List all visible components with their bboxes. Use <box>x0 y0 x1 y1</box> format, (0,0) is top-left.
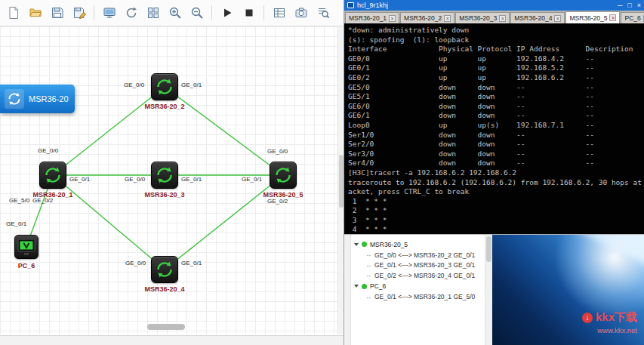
zoom-in-icon <box>168 6 182 20</box>
add-device-button[interactable] <box>99 3 119 23</box>
device-label: MSR36-20_2 <box>133 103 196 110</box>
terminal-titlebar[interactable]: hcl_9r1khj ─ □ × <box>344 0 644 11</box>
tab-label: MSR36-20_5 <box>569 14 607 22</box>
open-topology-button[interactable] <box>25 3 45 23</box>
device-msr36-20_1[interactable] <box>39 162 66 189</box>
port-label: GE_0/0 <box>125 260 146 266</box>
packet-capture-button[interactable] <box>313 3 333 23</box>
terminal-tab-pc_6[interactable]: PC_6× <box>621 12 644 23</box>
summary-left-scrollbar[interactable] <box>344 235 351 345</box>
close-icon[interactable]: × <box>637 1 641 10</box>
tab-close-icon[interactable]: × <box>389 15 396 22</box>
port-label: GE_0/1 <box>181 260 202 266</box>
canvas-bottom-scrollbar-track[interactable] <box>0 335 344 345</box>
maximize-icon[interactable]: □ <box>627 1 631 10</box>
tree-link-label: GE_0/1 <---> MSR36-20_3 GE_0/1 <box>374 261 475 269</box>
port-label: GE_0/1 <box>242 176 262 183</box>
connection-wire[interactable] <box>165 175 283 270</box>
port-label: GE_0/0 <box>125 176 145 183</box>
palette-device-tooltip[interactable]: MSR36-20 <box>0 85 75 113</box>
device-msr36-20_5[interactable] <box>270 162 297 189</box>
tab-close-icon[interactable]: × <box>499 15 506 22</box>
link-icon: ↔ <box>365 262 371 269</box>
terminal-tab-bar: MSR36-20_1× MSR36-20_2× MSR36-20_3× MSR3… <box>344 11 644 23</box>
device-label: PC_6 <box>0 262 58 270</box>
port-label: GE_5/0 <box>9 197 29 204</box>
table-icon <box>273 6 286 20</box>
collapse-arrow-icon[interactable] <box>354 243 359 246</box>
minimize-icon[interactable]: ─ <box>618 1 622 10</box>
canvas-horizontal-scrollbar-thumb[interactable] <box>147 324 185 330</box>
screenshot-button[interactable] <box>291 3 311 23</box>
tree-device-msr36-20_5[interactable]: MSR36-20_5 <box>354 239 483 250</box>
tree-link-item[interactable]: ↔GE_0/1 <---> MSR36-20_3 GE_0/1 <box>354 260 483 271</box>
terminal-tab-msr36-20_4[interactable]: MSR36-20_4× <box>510 12 565 23</box>
reload-button[interactable] <box>121 3 141 23</box>
device-label: MSR36-20_3 <box>133 191 196 199</box>
terminal-tab-msr36-20_1[interactable]: MSR36-20_1× <box>345 12 399 23</box>
console-output[interactable]: *down: administratively down (s): spoofi… <box>344 23 644 234</box>
zoom-out-icon <box>190 6 204 20</box>
tab-label: PC_6 <box>624 14 640 22</box>
tree-device-pc_6[interactable]: PC_6 <box>354 281 483 292</box>
reload-icon <box>125 6 138 20</box>
terminal-tab-msr36-20_3[interactable]: MSR36-20_3× <box>455 12 510 23</box>
device-msr36-20_3[interactable] <box>151 162 178 189</box>
tab-close-icon[interactable]: × <box>444 15 451 22</box>
tab-label: MSR36-20_4 <box>514 14 552 22</box>
zoom-out-button[interactable] <box>186 3 207 23</box>
link-icon: ↔ <box>365 272 371 279</box>
save-as-icon <box>72 6 86 20</box>
device-msr36-20_4[interactable] <box>151 256 178 283</box>
grid-layout-button[interactable] <box>143 3 163 23</box>
port-label: GE_0/1 <box>181 82 202 88</box>
open-folder-icon <box>29 6 42 20</box>
router-icon <box>155 260 174 279</box>
collapse-arrow-icon[interactable] <box>354 285 359 288</box>
tab-close-icon[interactable]: × <box>554 15 561 22</box>
tree-link-item[interactable]: ↔GE_0/2 <---> MSR36-20_4 GE_0/1 <box>354 270 483 281</box>
terminal-pane: hcl_9r1khj ─ □ × MSR36-20_1× MSR36-20_2×… <box>344 0 644 345</box>
tree-link-label: GE_0/0 <---> MSR36-20_2 GE_0/1 <box>374 251 475 259</box>
scrollbar-thumb[interactable] <box>486 236 491 262</box>
tab-label: MSR36-20_1 <box>349 14 387 22</box>
tree-link-item[interactable]: ↔GE_0/0 <---> MSR36-20_2 GE_0/1 <box>354 250 483 260</box>
window-controls: ─ □ × <box>618 1 641 10</box>
terminal-window-icon <box>347 2 354 8</box>
tree-link-label: GE_0/1 <---> MSR36-20_1 GE_5/0 <box>374 293 475 300</box>
topology-summary-panel: MSR36-20_5 ↔GE_0/0 <---> MSR36-20_2 GE_0… <box>344 235 492 345</box>
start-all-button[interactable] <box>217 3 237 23</box>
tree-link-label: GE_0/2 <---> MSR36-20_4 GE_0/1 <box>374 272 475 279</box>
connection-wire[interactable] <box>53 175 165 270</box>
link-icon: ↔ <box>365 251 371 258</box>
device-msr36-20_2[interactable] <box>151 73 178 100</box>
stop-all-button[interactable] <box>239 3 259 23</box>
camera-icon <box>294 6 308 20</box>
save-topology-button[interactable] <box>47 3 67 23</box>
save-icon <box>51 6 64 20</box>
watermark: ↓ kkx下载 www.kkx.net <box>582 310 637 334</box>
new-topology-button[interactable] <box>3 3 23 23</box>
zoom-in-button[interactable] <box>165 3 185 23</box>
canvas-vertical-scrollbar[interactable] <box>337 26 344 334</box>
magnifier-lines-icon <box>316 6 330 20</box>
grid-icon <box>146 6 160 20</box>
link-icon: ↔ <box>365 294 371 300</box>
terminal-tab-msr36-20_5[interactable]: MSR36-20_5× <box>565 11 620 23</box>
summary-right-scrollbar[interactable] <box>485 235 492 345</box>
interface-list-button[interactable] <box>269 3 289 23</box>
new-file-icon <box>7 6 20 20</box>
topology-canvas[interactable]: MSR36-20_2 MSR36-20_1 MSR36-20_3 MSR36-2… <box>0 26 337 334</box>
device-pc_6[interactable] <box>14 235 39 259</box>
tab-close-icon[interactable]: × <box>609 14 616 21</box>
terminal-tab-msr36-20_2[interactable]: MSR36-20_2× <box>400 12 454 23</box>
port-label: GE_0/2 <box>32 197 53 204</box>
tree-link-item[interactable]: ↔GE_0/1 <---> MSR36-20_1 GE_5/0 <box>354 292 483 303</box>
save-as-button[interactable] <box>69 3 89 23</box>
port-label: GE_0/1 <box>6 220 26 227</box>
download-arrow-icon: ↓ <box>582 313 593 323</box>
tree-device-label: MSR36-20_5 <box>370 241 408 248</box>
router-icon <box>5 89 24 109</box>
port-label: GE_0/0 <box>267 148 288 155</box>
connection-wire[interactable] <box>165 87 283 175</box>
